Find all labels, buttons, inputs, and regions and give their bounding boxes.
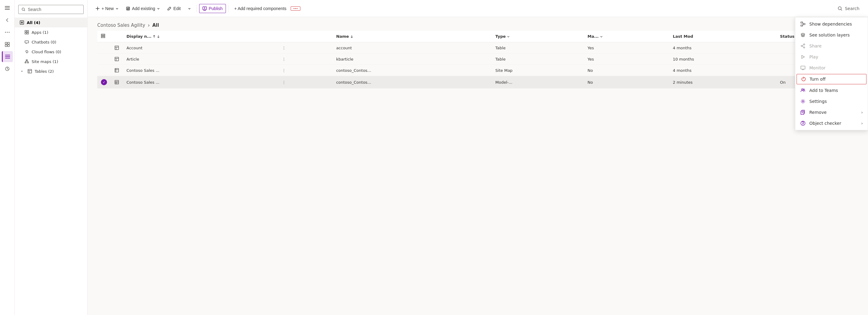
history-icon[interactable] (2, 63, 13, 74)
article-row-icon (114, 57, 119, 61)
svg-line-65 (803, 24, 803, 26)
sidebar-item-tables-label: Tables (2) (35, 69, 54, 74)
expand-arrow-icon[interactable] (20, 69, 24, 74)
account-more-button[interactable]: ⋮ (280, 45, 288, 51)
row-check-cell[interactable] (97, 65, 111, 76)
toolbar: + New Add existing Edit (88, 0, 868, 17)
menu-share-label: Share (809, 44, 822, 48)
sitemap-icon (24, 59, 29, 64)
svg-rect-20 (27, 30, 29, 32)
svg-point-3 (5, 32, 6, 33)
breadcrumb-parent[interactable]: Contoso Sales Agility (97, 23, 145, 28)
list-icon (20, 20, 24, 25)
apps-icon (24, 30, 29, 35)
account-type: Table (492, 42, 584, 54)
publish-button[interactable]: Publish (199, 4, 226, 13)
breadcrumb-current: All (152, 23, 159, 28)
row-check-cell[interactable] (97, 42, 111, 54)
list-active-icon[interactable] (2, 51, 13, 62)
contoso-model-type: Model-... (492, 76, 584, 89)
account-lastmod: 4 months (669, 42, 776, 54)
svg-rect-10 (5, 55, 10, 55)
svg-rect-54 (115, 68, 119, 72)
sidebar-item-cloudflows[interactable]: Cloud flows (0) (14, 47, 87, 57)
menu-item-show-dependencies[interactable]: Show dependencies (795, 19, 868, 30)
row-icon-cell (111, 76, 123, 89)
sidebar-item-chatbots[interactable]: Chatbots (0) (14, 37, 87, 47)
edit-chevron-icon (188, 7, 191, 10)
contoso-sitemap-more-button[interactable]: ⋮ (280, 67, 288, 73)
svg-rect-71 (801, 66, 805, 69)
svg-rect-8 (5, 45, 7, 47)
sort-down-icon (157, 35, 160, 38)
menu-item-add-to-teams[interactable]: Add to Teams (795, 85, 868, 96)
checker-icon (800, 120, 806, 126)
menu-item-settings[interactable]: Settings (795, 96, 868, 107)
col-header-managed[interactable]: Ma... (584, 31, 669, 42)
contoso-sitemap-more-cell[interactable]: ⋮ (276, 65, 332, 76)
menu-item-turn-off[interactable]: Turn off (797, 74, 866, 84)
contoso-model-more-button[interactable]: ⋮ (280, 80, 288, 85)
menu-add-to-teams-label: Add to Teams (809, 88, 838, 93)
svg-point-75 (803, 89, 804, 90)
contoso-model-display-name[interactable]: Contoso Sales ... (123, 76, 276, 89)
new-button[interactable]: + New (92, 4, 122, 13)
svg-rect-24 (25, 62, 26, 63)
breadcrumb: Contoso Sales Agility › All (88, 17, 868, 31)
svg-rect-45 (101, 34, 105, 35)
toolbar-divider-1 (196, 5, 197, 12)
svg-point-41 (294, 8, 294, 9)
menu-item-solution-layers[interactable]: See solution layers (795, 30, 868, 40)
col-header-lastmod[interactable]: Last Mod (669, 31, 776, 42)
svg-rect-21 (25, 33, 26, 34)
svg-point-67 (801, 45, 802, 47)
sidebar-item-sitemaps[interactable]: Site maps (1) (14, 57, 87, 66)
contoso-sitemap-lastmod: 4 months (669, 65, 776, 76)
add-required-button[interactable]: + Add required components (231, 4, 289, 13)
svg-point-80 (803, 123, 803, 124)
account-display-name[interactable]: Account (123, 42, 276, 54)
article-more-cell[interactable]: ⋮ (276, 54, 332, 65)
sidebar: All (4) Apps (1) Chatbots (0) Cl (14, 0, 88, 315)
svg-point-4 (7, 32, 8, 33)
back-icon[interactable] (2, 15, 13, 26)
dependencies-icon (800, 21, 806, 27)
col-header-name[interactable]: Name (333, 31, 492, 42)
contoso-sitemap-display-name[interactable]: Contoso Sales ... (123, 65, 276, 76)
menu-item-play: Play (795, 52, 868, 62)
edit-dropdown-button[interactable] (185, 5, 194, 12)
table-icon (27, 69, 32, 74)
svg-rect-30 (28, 69, 32, 73)
row-check-cell[interactable] (97, 54, 111, 65)
svg-point-43 (297, 8, 298, 9)
menu-settings-label: Settings (809, 99, 827, 104)
remove-arrow-icon: › (861, 110, 863, 115)
svg-rect-2 (5, 9, 10, 10)
toolbar-search[interactable]: Search (834, 4, 863, 13)
contoso-sitemap-managed: No (584, 65, 669, 76)
sidebar-item-tables[interactable]: Tables (2) (14, 66, 87, 76)
add-existing-button[interactable]: Add existing (123, 4, 163, 13)
edit-button[interactable]: Edit (164, 4, 184, 13)
sidebar-item-apps[interactable]: Apps (1) (14, 27, 87, 37)
col-header-display[interactable]: Display n... (123, 31, 276, 42)
account-more-cell[interactable]: ⋮ (276, 42, 332, 54)
article-display-name[interactable]: Article (123, 54, 276, 65)
sidebar-search-input[interactable] (28, 7, 80, 12)
more-button[interactable] (291, 6, 300, 11)
contoso-model-more-cell[interactable]: ⋮ (276, 76, 332, 89)
col-header-more (276, 31, 332, 42)
menu-item-remove[interactable]: Remove › (795, 107, 868, 118)
menu-object-checker-label: Object checker (809, 121, 841, 126)
menu-item-object-checker[interactable]: Object checker › (795, 118, 868, 129)
apps-grid-icon[interactable] (2, 39, 13, 50)
article-more-button[interactable]: ⋮ (280, 56, 288, 62)
ellipsis-icon[interactable] (2, 27, 13, 38)
table-row: Contoso Sales ... ⋮ contoso_Contos... Si… (97, 65, 858, 76)
managed-sort-icon (600, 35, 603, 38)
sidebar-search-container[interactable] (18, 5, 84, 14)
row-check-cell[interactable]: ✓ (97, 76, 111, 89)
hamburger-icon[interactable] (2, 2, 13, 13)
sidebar-item-all[interactable]: All (4) (14, 18, 87, 27)
col-header-type[interactable]: Type (492, 31, 584, 42)
